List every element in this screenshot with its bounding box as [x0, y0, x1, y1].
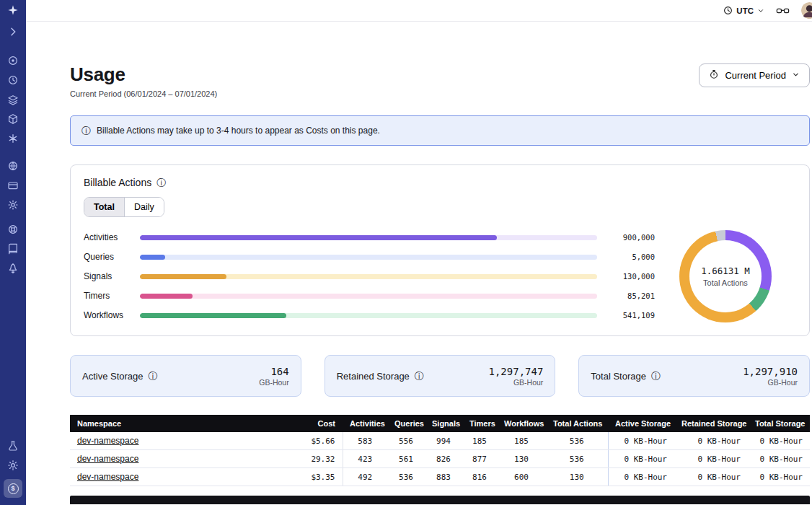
usage-bar-fill — [140, 255, 165, 260]
settings-gear-icon[interactable] — [7, 199, 19, 211]
queries-cell: 556 — [387, 432, 425, 450]
cube-icon[interactable] — [7, 113, 19, 125]
usage-bar-track — [140, 235, 597, 240]
usage-bar-track — [140, 294, 597, 299]
avatar — [801, 2, 812, 19]
table-row: dev-namespace $5.66 583 556 994 185 185 … — [70, 432, 810, 450]
dollar-glyph — [8, 483, 19, 494]
bar-label: Activities — [84, 232, 130, 242]
app-root: UTC Usage Curren — [0, 0, 812, 505]
total-storage-cell: 0 KB-Hour — [748, 468, 810, 486]
bar-label: Queries — [84, 252, 130, 262]
retained-storage-cell: 0 KB-Hour — [674, 468, 748, 486]
activities-cell: 492 — [343, 468, 387, 486]
retained-storage-label: Retained Storage — [337, 371, 410, 382]
timezone-dropdown[interactable]: UTC — [723, 6, 764, 15]
lab-flask-icon[interactable] — [7, 440, 19, 452]
activities-cell: 583 — [343, 432, 387, 450]
sidebar-collapse-chevron-icon[interactable] — [7, 26, 19, 38]
timers-cell: 877 — [462, 450, 497, 468]
col-total-actions: Total Actions — [546, 415, 608, 432]
signals-cell: 883 — [425, 468, 462, 486]
info-icon[interactable] — [156, 178, 166, 188]
workflows-cell: 130 — [497, 450, 546, 468]
tab-daily[interactable]: Daily — [125, 198, 164, 216]
history-icon[interactable] — [7, 74, 19, 86]
asterisk-icon[interactable] — [7, 133, 19, 144]
namespace-link[interactable]: dev-namespace — [77, 472, 138, 482]
total-actions-cell: 536 — [546, 450, 608, 468]
table-row: dev-namespace 29.32 423 561 826 877 130 … — [70, 450, 810, 468]
bar-value: 130,000 — [607, 272, 655, 281]
total-actions-label: Total Actions — [703, 278, 748, 287]
billing-card-icon[interactable] — [7, 180, 19, 191]
main-area: UTC Usage Curren — [26, 0, 812, 505]
queries-cell: 561 — [387, 450, 425, 468]
chevron-down-icon — [792, 70, 800, 81]
bar-row-signals: Signals 130,000 — [84, 271, 655, 282]
total-storage-unit: GB-Hour — [768, 378, 798, 387]
usage-page: Usage Current Period (06/01/2024 – 07/01… — [26, 22, 812, 505]
sidebar — [0, 0, 26, 505]
temporal-logo-icon[interactable] — [7, 4, 19, 16]
bar-label: Signals — [84, 271, 130, 281]
total-actions-value: 1.66131 M — [701, 265, 750, 276]
col-total-storage: Total Storage — [748, 415, 810, 432]
usage-bar-fill — [140, 274, 226, 279]
bar-row-workflows: Workflows 541,109 — [84, 310, 655, 321]
usage-bar-fill — [140, 235, 497, 240]
active-storage-label: Active Storage — [82, 371, 144, 382]
docs-book-icon[interactable] — [7, 243, 19, 255]
timers-cell: 816 — [462, 468, 497, 486]
retained-storage-cell: 0 KB-Hour — [674, 450, 748, 468]
stopwatch-icon — [709, 69, 719, 82]
period-selector-button[interactable]: Current Period — [699, 63, 810, 87]
namespaces-icon[interactable] — [7, 55, 19, 66]
support-lifebuoy-icon[interactable] — [7, 224, 19, 235]
namespace-link[interactable]: dev-namespace — [77, 436, 138, 446]
bar-value: 5,000 — [607, 252, 655, 261]
timezone-label: UTC — [736, 6, 754, 15]
col-activities: Activities — [343, 415, 387, 432]
retained-storage-value: 1,297,747 — [488, 366, 543, 377]
signals-cell: 826 — [425, 450, 462, 468]
namespace-link[interactable]: dev-namespace — [77, 454, 138, 464]
bar-row-timers: Timers 85,201 — [84, 291, 655, 302]
info-icon[interactable] — [651, 372, 661, 381]
usage-dollar-icon[interactable] — [4, 479, 22, 498]
active-storage-cell: 0 KB-Hour — [608, 450, 674, 468]
total-storage-cell: 0 KB-Hour — [748, 432, 810, 450]
info-banner: Billable Actions may take up to 3-4 hour… — [70, 115, 810, 146]
usage-bar-track — [140, 255, 597, 260]
bar-value: 85,201 — [607, 291, 655, 300]
cost-cell: $3.35 — [286, 468, 343, 486]
user-menu[interactable] — [801, 2, 812, 19]
timers-cell: 185 — [462, 432, 497, 450]
namespace-usage-table: Namespace Cost Activities Queries Signal… — [70, 415, 810, 486]
cost-cell: 29.32 — [286, 450, 343, 468]
layers-icon[interactable] — [7, 94, 19, 105]
period-button-label: Current Period — [725, 70, 786, 81]
glasses-icon[interactable] — [776, 6, 790, 16]
tab-total[interactable]: Total — [84, 198, 125, 216]
table-header-row: Namespace Cost Activities Queries Signal… — [70, 415, 810, 432]
page-title: Usage — [70, 63, 217, 86]
globe-icon[interactable] — [7, 160, 19, 172]
active-storage-cell: 0 KB-Hour — [608, 468, 674, 486]
col-signals: Signals — [425, 415, 462, 432]
activities-cell: 423 — [343, 450, 387, 468]
info-icon — [81, 126, 91, 136]
rocket-icon[interactable] — [7, 263, 19, 274]
info-icon[interactable] — [149, 372, 158, 381]
topbar: UTC — [26, 0, 812, 22]
info-banner-text: Billable Actions may take up to 3-4 hour… — [97, 126, 380, 136]
bar-value: 900,000 — [607, 233, 655, 242]
active-storage-cell: 0 KB-Hour — [608, 432, 674, 450]
info-icon[interactable] — [415, 372, 424, 381]
billable-actions-tabs: Total Daily — [84, 197, 164, 217]
chevron-down-icon — [757, 7, 764, 14]
retained-storage-cell: 0 KB-Hour — [674, 432, 748, 450]
usage-bar-track — [140, 274, 597, 279]
active-storage-value: 164 — [270, 366, 288, 377]
theme-sun-icon[interactable] — [7, 460, 19, 471]
